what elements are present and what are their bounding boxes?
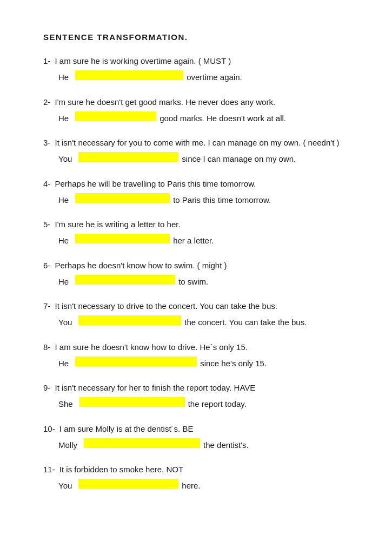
answer-suffix-8: since he's only 15. [200, 357, 267, 370]
answer-suffix-4: to Paris this time tomorrow. [173, 194, 271, 206]
exercise-item-2: 2- I'm sure he doesn't get good marks. H… [43, 96, 354, 125]
page-title: SENTENCE TRANSFORMATION. [43, 32, 354, 42]
answer-prefix-10: Molly [58, 439, 77, 451]
exercise-number-6: 6- [43, 261, 53, 270]
exercise-item-8: 8- I am sure he doesn't know how to driv… [43, 341, 354, 370]
exercise-answer-10: Mollythe dentist's. [43, 438, 354, 451]
exercise-number-4: 4- [43, 179, 53, 188]
exercise-prompt-1: 1- I am sure he is working overtime agai… [43, 55, 354, 67]
exercise-answer-7: Youthe concert. You can take the bus. [43, 315, 354, 328]
exercise-item-3: 3- It isn't necessary for you to come wi… [43, 136, 354, 166]
answer-blank-4[interactable] [75, 193, 170, 203]
exercise-answer-3: Yousince I can manage on my own. [43, 152, 354, 165]
answer-suffix-7: the concert. You can take the bus. [184, 316, 307, 328]
answer-prefix-9: She [58, 398, 73, 410]
exercise-item-7: 7- It isn't necessary to drive to the co… [43, 300, 354, 329]
answer-prefix-6: He [58, 275, 69, 288]
answer-suffix-9: the report today. [188, 398, 247, 410]
exercise-number-2: 2- [43, 97, 53, 107]
exercise-answer-5: Heher a letter. [43, 234, 354, 247]
exercise-prompt-7: 7- It isn't necessary to drive to the co… [43, 300, 354, 312]
exercise-list: 1- I am sure he is working overtime agai… [43, 55, 354, 492]
answer-blank-3[interactable] [78, 152, 178, 162]
exercise-answer-8: Hesince he's only 15. [43, 357, 354, 370]
answer-prefix-3: You [58, 153, 72, 165]
exercise-item-4: 4- Perhaps he will be travelling to Pari… [43, 177, 354, 207]
exercise-answer-6: Heto swim. [43, 275, 354, 288]
exercise-number-1: 1- [43, 56, 53, 65]
answer-suffix-10: the dentist's. [203, 439, 249, 451]
answer-prefix-5: He [58, 234, 69, 247]
exercise-prompt-8: 8- I am sure he doesn't know how to driv… [43, 341, 354, 353]
answer-blank-6[interactable] [75, 275, 175, 285]
exercise-answer-2: Hegood marks. He doesn't work at all. [43, 111, 354, 124]
exercise-item-1: 1- I am sure he is working overtime agai… [43, 55, 354, 84]
answer-prefix-2: He [58, 112, 69, 124]
answer-blank-1[interactable] [75, 70, 183, 80]
exercise-prompt-5: 5- I'm sure he is writing a letter to he… [43, 218, 354, 230]
exercise-prompt-10: 10- I am sure Molly is at the dentist´s.… [43, 423, 354, 435]
answer-blank-5[interactable] [75, 234, 170, 243]
answer-prefix-8: He [58, 357, 69, 370]
exercise-item-5: 5- I'm sure he is writing a letter to he… [43, 218, 354, 247]
answer-blank-7[interactable] [78, 315, 181, 325]
exercise-number-10: 10- [43, 424, 57, 433]
exercise-item-6: 6- Perhaps he doesn't know how to swim. … [43, 259, 354, 288]
exercise-number-8: 8- [43, 342, 53, 352]
answer-suffix-5: her a letter. [173, 234, 214, 247]
exercise-item-11: 11- It is forbidden to smoke here. NOTYo… [43, 463, 354, 492]
exercise-item-10: 10- I am sure Molly is at the dentist´s.… [43, 423, 354, 452]
exercise-answer-9: Shethe report today. [43, 397, 354, 410]
answer-suffix-11: here. [182, 479, 200, 492]
answer-suffix-6: to swim. [178, 275, 208, 288]
answer-prefix-7: You [58, 316, 72, 328]
exercise-answer-11: Youhere. [43, 479, 354, 492]
exercise-prompt-4: 4- Perhaps he will be travelling to Pari… [43, 177, 354, 190]
exercise-answer-1: Heovertime again. [43, 70, 354, 83]
answer-prefix-4: He [58, 194, 69, 206]
exercise-number-5: 5- [43, 220, 53, 229]
answer-blank-9[interactable] [79, 397, 185, 407]
answer-blank-10[interactable] [84, 438, 200, 448]
answer-blank-2[interactable] [75, 111, 156, 121]
exercise-answer-4: Heto Paris this time tomorrow. [43, 193, 354, 206]
answer-blank-8[interactable] [75, 357, 197, 366]
answer-blank-11[interactable] [78, 479, 178, 489]
answer-suffix-2: good marks. He doesn't work at all. [160, 112, 286, 124]
exercise-number-9: 9- [43, 383, 53, 392]
exercise-prompt-11: 11- It is forbidden to smoke here. NOT [43, 463, 354, 476]
exercise-prompt-6: 6- Perhaps he doesn't know how to swim. … [43, 259, 354, 272]
answer-suffix-1: overtime again. [187, 71, 242, 83]
exercise-number-11: 11- [43, 465, 57, 474]
exercise-prompt-9: 9- It isn't necessary for her to finish … [43, 381, 354, 394]
answer-suffix-3: since I can manage on my own. [182, 153, 296, 165]
exercise-prompt-3: 3- It isn't necessary for you to come wi… [43, 136, 354, 149]
exercise-item-9: 9- It isn't necessary for her to finish … [43, 381, 354, 411]
answer-prefix-11: You [58, 479, 72, 492]
exercise-prompt-2: 2- I'm sure he doesn't get good marks. H… [43, 96, 354, 108]
answer-prefix-1: He [58, 71, 69, 83]
exercise-number-3: 3- [43, 138, 53, 147]
exercise-number-7: 7- [43, 301, 53, 311]
